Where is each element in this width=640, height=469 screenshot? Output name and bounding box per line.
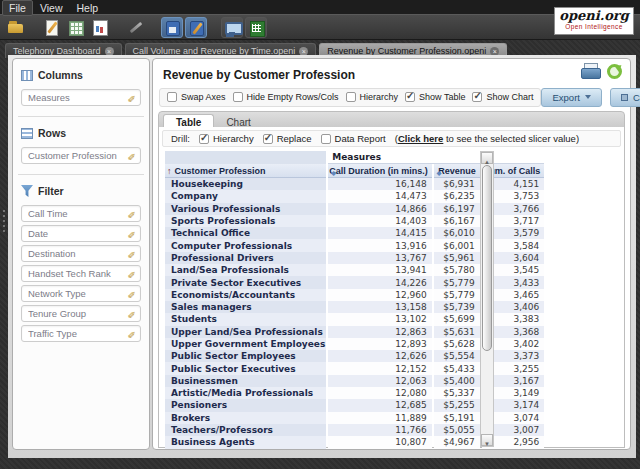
printer-icon[interactable] bbox=[581, 63, 600, 79]
cell-call-duration[interactable]: 14,866 bbox=[328, 203, 432, 215]
field-measures[interactable]: Measures✎ bbox=[21, 89, 141, 106]
menu-view[interactable]: View bbox=[33, 1, 70, 15]
cell-profession[interactable]: Artistic/Media Professionals bbox=[165, 387, 326, 399]
cell-revenue[interactable]: $5,191 bbox=[434, 412, 480, 424]
cell-call-duration[interactable]: 16,148 bbox=[328, 178, 432, 190]
cell-revenue[interactable]: $5,779 bbox=[434, 276, 480, 288]
cell-profession[interactable]: Business Agents bbox=[165, 436, 326, 448]
cell-revenue[interactable]: $5,400 bbox=[434, 375, 480, 387]
cell-revenue[interactable]: $5,961 bbox=[434, 252, 480, 264]
option-swap-axes[interactable]: Swap Axes bbox=[167, 92, 226, 102]
cell-profession[interactable]: Brokers bbox=[165, 412, 326, 424]
panel-splitter[interactable] bbox=[0, 55, 8, 458]
edit-pencil-icon[interactable]: ✎ bbox=[128, 289, 136, 299]
cell-revenue[interactable]: $5,779 bbox=[434, 289, 480, 301]
cell-profession[interactable]: Technical Office bbox=[165, 227, 326, 239]
edit-pencil-icon[interactable]: ✎ bbox=[128, 329, 136, 339]
sort-icon[interactable] bbox=[437, 167, 442, 177]
cell-profession[interactable]: Students bbox=[165, 313, 326, 325]
field-traffic-type[interactable]: Traffic Type✎ bbox=[21, 325, 141, 342]
cell-call-duration[interactable]: 12,063 bbox=[328, 375, 432, 387]
option-hierarchy[interactable]: Hierarchy bbox=[199, 133, 254, 144]
save-icon[interactable] bbox=[161, 17, 183, 38]
cell-call-duration[interactable]: 13,767 bbox=[328, 252, 432, 264]
option-hide-empty-rows-cols[interactable]: Hide Empty Rows/Cols bbox=[233, 92, 339, 102]
scroll-up-icon[interactable] bbox=[481, 152, 493, 164]
cell-profession[interactable]: Upper Government Employees bbox=[165, 338, 326, 350]
cell-profession[interactable]: Pensioners bbox=[165, 399, 326, 411]
cell-profession[interactable]: Professional Drivers bbox=[165, 252, 326, 264]
configure-button[interactable]: Configure bbox=[610, 88, 640, 107]
cell-call-duration[interactable]: 14,226 bbox=[328, 276, 432, 288]
spreadsheet-icon[interactable] bbox=[65, 17, 87, 38]
cell-revenue[interactable]: $4,967 bbox=[434, 436, 480, 448]
menu-file[interactable]: File bbox=[2, 0, 33, 16]
export-excel-icon[interactable] bbox=[245, 17, 267, 38]
cell-revenue[interactable]: $6,235 bbox=[434, 190, 480, 202]
cell-call-duration[interactable]: 13,102 bbox=[328, 313, 432, 325]
sort-ascending-icon[interactable] bbox=[167, 166, 175, 176]
cell-revenue[interactable]: $5,780 bbox=[434, 264, 480, 276]
cell-call-duration[interactable]: 12,152 bbox=[328, 362, 432, 374]
cell-call-duration[interactable]: 11,766 bbox=[328, 424, 432, 436]
cell-profession[interactable]: Private Sector Executives bbox=[165, 276, 326, 288]
cell-profession[interactable]: Businessmen bbox=[165, 375, 326, 387]
checkbox[interactable] bbox=[321, 134, 331, 144]
pencil-icon[interactable] bbox=[125, 17, 147, 38]
slicer-link[interactable]: Click here bbox=[398, 133, 443, 144]
checkbox[interactable] bbox=[405, 92, 415, 102]
scroll-down-icon[interactable] bbox=[481, 434, 493, 446]
option-show-chart[interactable]: Show Chart bbox=[472, 92, 533, 102]
cell-call-duration[interactable]: 12,893 bbox=[328, 338, 432, 350]
cell-profession[interactable]: Public Sector Executives bbox=[165, 362, 326, 374]
cell-revenue[interactable]: $5,554 bbox=[434, 350, 480, 362]
cell-profession[interactable]: Public Sector Employees bbox=[165, 350, 326, 362]
cell-profession[interactable]: Company bbox=[165, 190, 326, 202]
menu-help[interactable]: Help bbox=[70, 1, 106, 15]
field-destination[interactable]: Destination✎ bbox=[21, 245, 141, 262]
cell-revenue[interactable]: $5,699 bbox=[434, 313, 480, 325]
checkbox[interactable] bbox=[199, 134, 209, 144]
edit-pencil-icon[interactable]: ✎ bbox=[128, 229, 136, 239]
cell-profession[interactable]: Teachers/Professors bbox=[165, 424, 326, 436]
field-handset-tech-rank[interactable]: Handset Tech Rank✎ bbox=[21, 265, 141, 282]
field-customer-profession[interactable]: Customer Profession✎ bbox=[21, 147, 141, 164]
export-button[interactable]: Export bbox=[541, 88, 601, 107]
field-call-time[interactable]: Call Time✎ bbox=[21, 205, 141, 222]
cell-call-duration[interactable]: 12,080 bbox=[328, 387, 432, 399]
cell-revenue[interactable]: $6,197 bbox=[434, 203, 480, 215]
cell-profession[interactable]: Various Professionals bbox=[165, 203, 326, 215]
cell-call-duration[interactable]: 11,889 bbox=[328, 412, 432, 424]
option-replace[interactable]: Replace bbox=[263, 133, 312, 144]
column-header-call-duration[interactable]: Call Duration (in mins.) bbox=[328, 164, 432, 178]
cell-revenue[interactable]: $6,010 bbox=[434, 227, 480, 239]
checkbox[interactable] bbox=[263, 134, 273, 144]
cell-revenue[interactable]: $5,631 bbox=[434, 326, 480, 338]
cell-revenue[interactable]: $5,433 bbox=[434, 362, 480, 374]
checkbox[interactable] bbox=[472, 92, 482, 102]
cell-profession[interactable]: Land/Sea Professionals bbox=[165, 264, 326, 276]
cell-call-duration[interactable]: 13,158 bbox=[328, 301, 432, 313]
option-data-report[interactable]: Data Report bbox=[321, 133, 386, 144]
cell-revenue[interactable]: $5,055 bbox=[434, 424, 480, 436]
cell-profession[interactable]: Computer Professionals bbox=[165, 239, 326, 251]
cell-profession[interactable]: Upper Land/Sea Professionals bbox=[165, 326, 326, 338]
checkbox[interactable] bbox=[233, 92, 243, 102]
cell-call-duration[interactable]: 10,807 bbox=[328, 436, 432, 448]
edit-document-icon[interactable] bbox=[41, 17, 63, 38]
publish-monitor-icon[interactable] bbox=[221, 17, 243, 38]
cell-revenue[interactable]: $6,001 bbox=[434, 239, 480, 251]
cell-call-duration[interactable]: 12,685 bbox=[328, 399, 432, 411]
cell-call-duration[interactable]: 13,941 bbox=[328, 264, 432, 276]
cell-call-duration[interactable]: 12,863 bbox=[328, 326, 432, 338]
cell-revenue[interactable]: $6,931 bbox=[434, 178, 480, 190]
scrollbar-thumb[interactable] bbox=[482, 165, 492, 351]
cell-call-duration[interactable]: 13,916 bbox=[328, 239, 432, 251]
field-date[interactable]: Date✎ bbox=[21, 225, 141, 242]
edit-pencil-icon[interactable]: ✎ bbox=[128, 209, 136, 219]
table-scrollbar[interactable] bbox=[480, 151, 494, 447]
cell-revenue[interactable]: $5,628 bbox=[434, 338, 480, 350]
edit-pencil-icon[interactable]: ✎ bbox=[128, 249, 136, 259]
new-chart-icon[interactable] bbox=[89, 17, 111, 38]
column-header-revenue[interactable]: Revenue bbox=[434, 164, 480, 178]
